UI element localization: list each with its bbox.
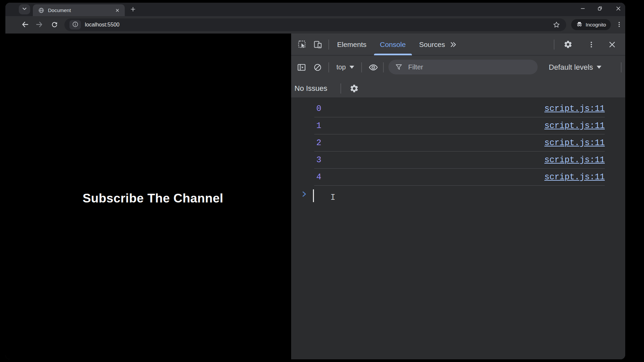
console-filter-input[interactable]: Filter — [388, 60, 538, 74]
info-icon — [72, 21, 78, 29]
console-input-row[interactable]: I — [291, 186, 625, 202]
window-close-button[interactable] — [610, 3, 625, 15]
minimize-icon — [580, 6, 586, 13]
reload-icon — [51, 21, 58, 30]
funnel-icon — [395, 63, 403, 71]
mouse-ibeam-cursor: I — [330, 193, 335, 202]
divider — [554, 40, 554, 50]
devtools-tabs: Elements Console Sources — [330, 34, 452, 55]
tab-sources[interactable]: Sources — [413, 34, 452, 55]
tab-console[interactable]: Console — [373, 34, 413, 55]
source-link[interactable]: script.js:11 — [544, 138, 605, 148]
forward-button[interactable] — [35, 21, 44, 29]
more-tabs-icon[interactable] — [448, 34, 458, 55]
source-link[interactable]: script.js:11 — [544, 121, 605, 131]
chevron-down-icon — [22, 6, 27, 13]
site-info-chip[interactable] — [69, 20, 81, 29]
source-link[interactable]: script.js:11 — [544, 155, 605, 165]
console-settings-button[interactable] — [348, 79, 360, 98]
divider — [340, 83, 341, 94]
inspect-element-button[interactable] — [297, 34, 307, 55]
divider — [328, 40, 329, 50]
source-link[interactable]: script.js:11 — [544, 104, 605, 114]
screen: Document — [0, 0, 644, 362]
tab-close-icon[interactable] — [114, 7, 121, 14]
log-levels-selector[interactable]: Default levels — [549, 56, 601, 79]
log-value: 4 — [314, 172, 321, 182]
prompt-chevron-icon — [301, 190, 308, 198]
log-value: 1 — [314, 121, 321, 131]
back-button[interactable] — [21, 21, 30, 29]
issues-bar: No Issues — [291, 79, 625, 98]
close-icon — [615, 6, 621, 13]
tab-title: Document — [48, 7, 114, 13]
globe-favicon-icon — [38, 7, 44, 13]
tab-elements[interactable]: Elements — [330, 34, 373, 55]
log-value: 2 — [314, 138, 321, 148]
console-log-row: 3 script.js:11 — [314, 152, 605, 169]
issues-status[interactable]: No Issues — [294, 79, 327, 98]
text-caret — [313, 189, 314, 202]
incognito-badge: Incognito — [571, 19, 611, 30]
device-toolbar-button[interactable] — [312, 34, 323, 55]
browser-window: Document — [5, 3, 625, 359]
console-messages: 0 script.js:11 1 script.js:11 2 script.j… — [291, 98, 625, 359]
console-toolbar: top Filter Default levels — [291, 56, 625, 79]
divider — [621, 62, 622, 72]
plus-icon — [130, 6, 136, 13]
dropdown-arrow-icon — [597, 66, 601, 69]
console-log-row: 2 script.js:11 — [314, 134, 605, 152]
log-value: 3 — [314, 155, 321, 165]
bookmark-star-icon[interactable] — [553, 21, 560, 28]
three-dots-icon — [616, 21, 623, 29]
incognito-label: Incognito — [586, 22, 606, 27]
page-viewport: Subscribe The Channel — [5, 34, 291, 359]
console-sidebar-toggle[interactable] — [296, 56, 307, 79]
new-tab-button[interactable] — [127, 5, 138, 15]
console-log-row: 1 script.js:11 — [314, 117, 605, 134]
page-heading: Subscribe The Channel — [83, 191, 223, 205]
browser-menu-button[interactable] — [615, 20, 623, 30]
devtools-close-button[interactable] — [607, 34, 618, 55]
browser-tab[interactable]: Document — [33, 4, 125, 16]
browser-toolbar: localhost:5500 Incognito — [5, 16, 625, 34]
divider — [328, 62, 329, 72]
clear-console-button[interactable] — [312, 56, 323, 79]
devtools-panel: Elements Console Sources — [291, 34, 625, 359]
divider — [361, 62, 362, 72]
devtools-tab-bar: Elements Console Sources — [291, 34, 625, 55]
console-log-rows: 0 script.js:11 1 script.js:11 2 script.j… — [314, 100, 605, 186]
source-link[interactable]: script.js:11 — [544, 172, 605, 182]
devtools-menu-button[interactable] — [587, 34, 596, 55]
forward-arrow-icon — [35, 20, 43, 30]
console-log-row: 0 script.js:11 — [314, 100, 605, 117]
tab-strip: Document — [5, 3, 625, 16]
window-maximize-button[interactable] — [592, 3, 607, 15]
devtools-settings-button[interactable] — [562, 34, 573, 55]
maximize-icon — [597, 6, 603, 13]
divider — [383, 62, 384, 72]
incognito-icon — [576, 20, 583, 29]
live-expression-eye-button[interactable] — [368, 56, 379, 79]
log-value: 0 — [314, 104, 321, 114]
back-arrow-icon — [21, 20, 29, 30]
active-tab-underline — [374, 54, 412, 55]
window-minimize-button[interactable] — [575, 3, 590, 15]
address-bar[interactable]: localhost:5500 — [64, 18, 566, 31]
url-text: localhost:5500 — [85, 22, 553, 28]
console-log-row: 4 script.js:11 — [314, 169, 605, 186]
tab-search-button[interactable] — [19, 4, 30, 14]
reload-button[interactable] — [50, 21, 59, 29]
context-selector[interactable]: top — [336, 56, 354, 79]
filter-placeholder: Filter — [408, 63, 423, 71]
dropdown-arrow-icon — [350, 66, 354, 69]
